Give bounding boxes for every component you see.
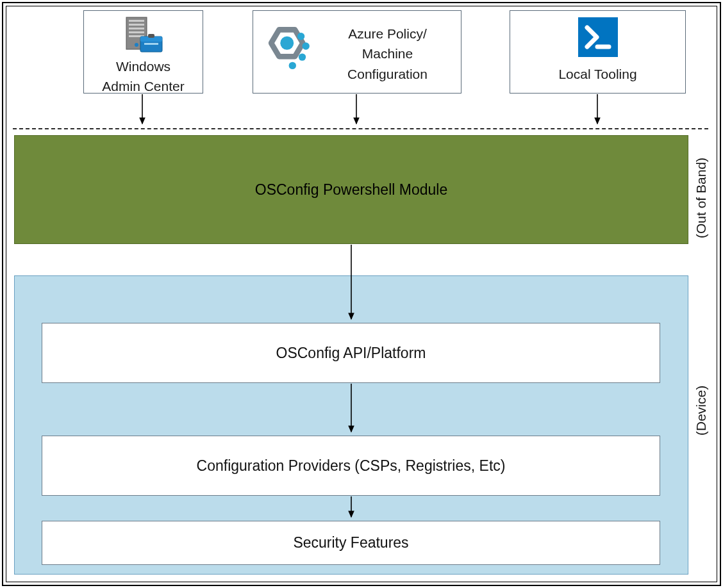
svg-rect-1 xyxy=(129,20,144,22)
azure-line2: Machine xyxy=(362,45,413,61)
azure-line1: Azure Policy/ xyxy=(348,26,427,42)
svg-rect-2 xyxy=(129,24,144,26)
svg-rect-4 xyxy=(129,31,144,33)
config-providers-label: Configuration Providers (CSPs, Registrie… xyxy=(197,457,506,475)
side-label-out-of-band: (Out of Band) xyxy=(694,149,709,238)
side-label-device: (Device) xyxy=(694,372,709,436)
box-local-tooling: Local Tooling xyxy=(510,10,686,94)
azure-line3: Configuration xyxy=(347,66,428,82)
svg-point-6 xyxy=(135,43,138,47)
dashed-separator xyxy=(13,128,708,129)
local-tooling-label: Local Tooling xyxy=(558,66,636,82)
powershell-icon xyxy=(576,15,620,60)
osconfig-module-block: OSConfig Powershell Module xyxy=(14,135,688,244)
wac-line1: Windows xyxy=(116,58,170,74)
svg-rect-9 xyxy=(148,34,154,38)
security-features-label: Security Features xyxy=(293,534,408,551)
svg-point-16 xyxy=(289,61,296,69)
osconfig-api-label: OSConfig API/Platform xyxy=(276,345,426,362)
azure-policy-icon xyxy=(260,22,320,83)
svg-point-15 xyxy=(299,53,306,60)
wac-line2: Admin Center xyxy=(102,78,184,94)
block-osconfig-api: OSConfig API/Platform xyxy=(42,323,660,383)
svg-rect-3 xyxy=(129,28,144,29)
server-toolbox-icon xyxy=(121,15,166,54)
svg-point-12 xyxy=(280,36,294,49)
box-windows-admin-center: Windows Admin Center xyxy=(83,10,203,94)
svg-point-13 xyxy=(297,33,304,40)
block-security-features: Security Features xyxy=(42,521,660,565)
box-azure-policy: Azure Policy/ Machine Configuration xyxy=(253,10,461,94)
osconfig-module-label: OSConfig Powershell Module xyxy=(255,181,447,199)
svg-rect-10 xyxy=(144,43,158,45)
block-config-providers: Configuration Providers (CSPs, Registrie… xyxy=(42,436,660,496)
svg-point-14 xyxy=(303,42,310,49)
